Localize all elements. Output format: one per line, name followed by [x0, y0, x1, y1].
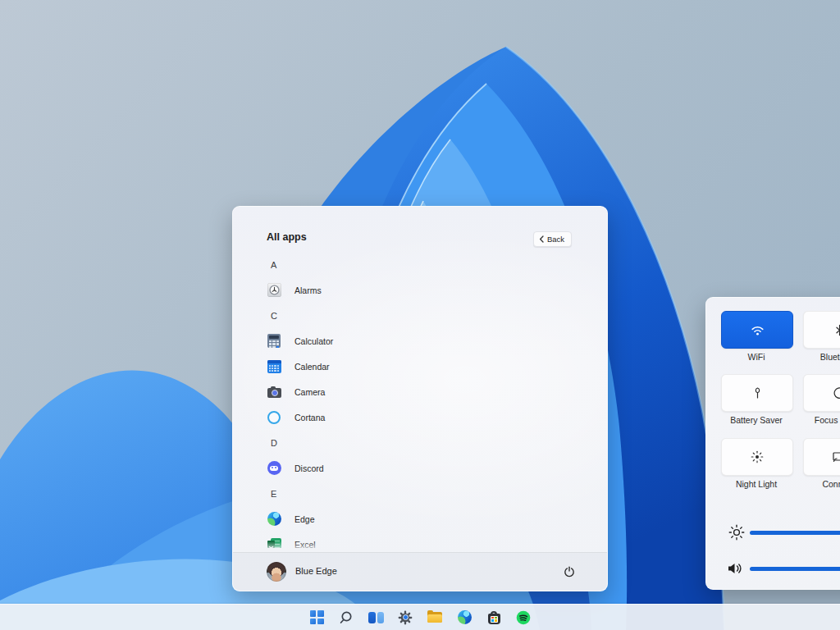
taskbar [0, 604, 840, 630]
desktop: { "colors": { "accent_blue": "#1668e3", … [0, 0, 840, 630]
brightness-slider-row [706, 523, 840, 541]
app-row-camera[interactable]: Camera [267, 379, 591, 404]
camera-app-icon [267, 385, 281, 399]
brightness-icon [728, 523, 746, 541]
user-bar: Blue Edge [233, 552, 607, 591]
section-letter-a: A [271, 260, 282, 270]
connect-label: Connect [803, 479, 840, 489]
calendar-app-icon [267, 359, 281, 374]
wifi-tile[interactable] [721, 311, 793, 349]
app-label: Alarms [294, 285, 322, 295]
taskbar-store-button[interactable] [486, 609, 502, 626]
user-avatar[interactable] [267, 562, 286, 582]
app-label: Calculator [294, 336, 333, 346]
spotify-icon [516, 610, 531, 625]
volume-slider-row [706, 559, 840, 578]
battery-saver-tile[interactable] [721, 374, 793, 412]
excel-app-icon [267, 537, 281, 549]
search-icon [339, 610, 354, 625]
focus-assist-label: Focus assist [803, 415, 840, 425]
app-label: Camera [294, 387, 325, 397]
start-icon [310, 610, 324, 624]
volume-icon [726, 559, 744, 578]
section-letter-d: D [271, 438, 282, 448]
calculator-app-icon [267, 334, 281, 349]
brightness-slider[interactable] [750, 531, 840, 535]
night-light-label: Night Light [721, 479, 792, 489]
store-icon [488, 611, 500, 624]
quick-settings-panel: WiFi Bluetooth Battery Saver Focus assis… [705, 297, 840, 590]
section-letter-row[interactable]: A [267, 252, 591, 277]
app-row-excel[interactable]: Excel [267, 532, 591, 548]
app-label: Discord [294, 463, 324, 473]
app-label: Excel [294, 540, 316, 549]
power-icon [564, 566, 575, 578]
section-letter-row[interactable]: C [267, 303, 591, 328]
night-light-tile[interactable] [721, 438, 793, 476]
back-button[interactable]: Back [533, 231, 572, 247]
app-label: Calendar [294, 362, 330, 372]
section-letter-row[interactable]: E [267, 481, 591, 506]
bluetooth-tile[interactable] [803, 311, 840, 349]
section-letter-row[interactable]: D [267, 430, 591, 455]
edge-icon [458, 610, 472, 624]
settings-icon [398, 610, 413, 625]
alarms-app-icon [267, 283, 281, 298]
discord-app-icon [267, 461, 281, 476]
taskbar-edge-button[interactable] [456, 609, 472, 626]
connect-tile[interactable] [803, 438, 840, 476]
focus-assist-icon [833, 387, 840, 399]
file-explorer-icon [427, 612, 442, 623]
app-row-discord[interactable]: Discord [267, 455, 591, 481]
section-letter-e: E [271, 489, 282, 499]
edge-app-icon [267, 512, 281, 527]
app-row-edge[interactable]: Edge [267, 506, 591, 532]
bluetooth-label: Bluetooth [803, 352, 840, 362]
volume-slider[interactable] [750, 567, 840, 571]
app-row-alarms[interactable]: Alarms [267, 277, 591, 303]
all-apps-title: All apps [267, 231, 307, 243]
back-button-label: Back [547, 235, 564, 244]
app-list: A Alarms C Calculator [267, 252, 591, 548]
app-label: Cortana [294, 413, 325, 422]
battery-saver-label: Battery Saver [721, 415, 792, 425]
taskbar-search-button[interactable] [338, 609, 354, 626]
taskbar-file-explorer-button[interactable] [427, 609, 443, 626]
connect-icon [833, 451, 840, 463]
focus-assist-tile[interactable] [803, 374, 840, 412]
section-letter-c: C [271, 311, 282, 321]
cortana-app-icon [267, 410, 281, 425]
app-row-calculator[interactable]: Calculator [267, 328, 591, 354]
taskbar-task-view-button[interactable] [368, 609, 384, 626]
taskbar-spotify-button[interactable] [515, 609, 532, 626]
user-name[interactable]: Blue Edge [295, 566, 337, 576]
bluetooth-icon [835, 324, 840, 336]
battery-saver-icon [752, 386, 763, 399]
power-button[interactable] [563, 565, 576, 578]
taskbar-settings-button[interactable] [397, 609, 413, 626]
chevron-left-icon [539, 235, 544, 243]
app-row-calendar[interactable]: Calendar [267, 354, 591, 379]
app-label: Edge [294, 514, 315, 524]
start-menu-all-apps-panel: All apps Back A Alarms C [232, 206, 608, 591]
app-row-cortana[interactable]: Cortana [267, 404, 591, 430]
wifi-label: WiFi [721, 352, 792, 362]
night-light-icon [751, 450, 764, 463]
task-view-icon [368, 612, 384, 623]
wifi-icon [750, 324, 765, 336]
taskbar-start-button[interactable] [308, 609, 325, 626]
